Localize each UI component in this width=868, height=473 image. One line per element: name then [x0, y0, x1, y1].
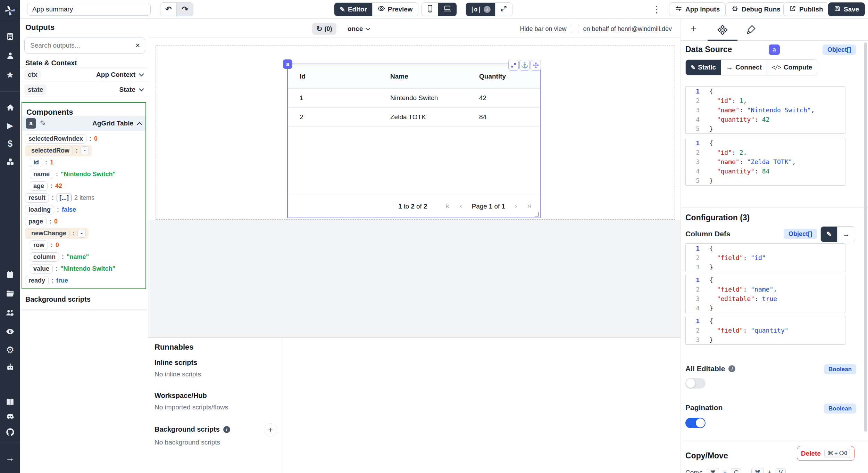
- delete-shortcut-kbd: ⌘+⌫: [824, 449, 850, 458]
- all-editable-setting: All Editable i: [685, 365, 735, 373]
- laptop-icon: [443, 5, 451, 14]
- resources-cubes-icon[interactable]: [0, 157, 20, 166]
- outputs-bar-toggle[interactable]: |o| i: [466, 3, 495, 16]
- view-options-group: |o| i: [466, 2, 512, 16]
- user-icon[interactable]: [0, 51, 20, 60]
- aggrid-component-header[interactable]: a ✎ AgGrid Table: [22, 116, 145, 131]
- folders-icon[interactable]: [0, 289, 20, 298]
- app-inputs-button[interactable]: App inputs: [669, 2, 726, 16]
- output-row[interactable]: column:"name": [30, 252, 89, 262]
- output-row[interactable]: age:42: [30, 181, 62, 191]
- background-scripts-title: Background scripts: [25, 295, 91, 303]
- cmd-key: ⌘: [707, 468, 719, 473]
- audit-eye-icon[interactable]: [0, 327, 20, 336]
- column-header[interactable]: Quantity: [473, 73, 540, 80]
- static-tab[interactable]: ✎ Static: [686, 60, 721, 75]
- hide-bar-checkbox[interactable]: [571, 25, 579, 33]
- connect-mode-arrow-button[interactable]: →: [837, 227, 855, 242]
- aggrid-table-component[interactable]: Id Name Quantity 1 Nintendo Switch 42 2 …: [287, 64, 541, 218]
- edit-mode-pencil-button[interactable]: ✎: [821, 227, 837, 242]
- column-header[interactable]: Name: [384, 73, 473, 80]
- output-row[interactable]: row:0: [30, 240, 59, 250]
- settings-gear-icon[interactable]: ⚙: [0, 345, 20, 355]
- expand-rail-arrow-icon[interactable]: →: [0, 454, 20, 463]
- undo-button[interactable]: ↶: [160, 3, 176, 16]
- component-settings-tab-icon[interactable]: [717, 25, 728, 36]
- styling-brush-tab-icon[interactable]: [746, 24, 756, 36]
- redo-button[interactable]: ↷: [176, 3, 193, 16]
- column-def-json-editor[interactable]: 1{ 2 "field": "id" 3}: [685, 243, 845, 272]
- outputs-panel: Outputs × State & Context ctx App Contex…: [20, 18, 148, 473]
- publish-button[interactable]: Publish: [783, 2, 829, 16]
- home-icon[interactable]: [0, 103, 20, 112]
- connect-tab[interactable]: → Connect: [721, 60, 767, 75]
- desktop-view-button[interactable]: [438, 3, 457, 16]
- data-source-json-editor[interactable]: 1{ 2 "id": 1, 3 "name": "Nintendo Switch…: [685, 86, 845, 134]
- github-icon[interactable]: [0, 427, 20, 437]
- table-row[interactable]: 2 Zelda TOTK 84: [288, 108, 540, 127]
- app-summary-input[interactable]: [27, 3, 151, 16]
- clear-search-icon[interactable]: ×: [135, 41, 140, 50]
- pagination-toggle[interactable]: [685, 418, 706, 428]
- output-row[interactable]: page:0: [25, 216, 58, 227]
- schedules-calendar-icon[interactable]: [0, 270, 20, 278]
- output-row[interactable]: result:[...]2 items: [25, 193, 94, 203]
- docs-book-icon[interactable]: [0, 398, 20, 407]
- favorites-star-icon[interactable]: ★: [0, 70, 20, 79]
- column-defs-title: Column Defs: [685, 230, 731, 238]
- refresh-button[interactable]: ↻ (0): [312, 23, 336, 35]
- compute-tab[interactable]: </> Compute: [767, 60, 817, 75]
- device-toggle: [422, 2, 457, 16]
- c-key: C: [731, 468, 741, 473]
- debug-runs-button[interactable]: Debug Runs: [725, 2, 786, 16]
- component-anchor-button[interactable]: ⚓: [519, 60, 530, 71]
- state-row[interactable]: state State: [20, 82, 148, 97]
- output-row[interactable]: ready:true: [25, 275, 68, 286]
- edit-id-pencil-icon[interactable]: ✎: [40, 119, 46, 128]
- kebab-menu-icon[interactable]: ⋮: [652, 4, 661, 15]
- editor-tab[interactable]: ✎ Editor: [334, 3, 372, 16]
- component-id-tag[interactable]: a: [283, 59, 292, 69]
- mobile-view-button[interactable]: [422, 3, 438, 16]
- output-row[interactable]: loading:false: [25, 204, 76, 215]
- workers-users-gear-icon[interactable]: [0, 308, 20, 317]
- variables-dollar-icon[interactable]: $: [0, 139, 20, 148]
- editor-preview-toggle: ✎ Editor Preview: [334, 2, 418, 16]
- trigger-mode-dropdown[interactable]: once: [348, 23, 370, 35]
- windmill-logo-icon[interactable]: [0, 5, 20, 17]
- fullscreen-button[interactable]: [495, 3, 512, 16]
- column-def-json-editor[interactable]: 1{ 2 "field": "name", 3 "editable": true…: [685, 275, 845, 313]
- data-source-json-editor[interactable]: 1{ 2 "id": 2, 3 "name": "Zelda TOTK", 4 …: [685, 138, 845, 186]
- insert-component-tab-plus-icon[interactable]: +: [691, 23, 697, 35]
- output-row[interactable]: id:1: [30, 157, 53, 168]
- ctx-row[interactable]: ctx App Context: [20, 67, 148, 82]
- component-move-button[interactable]: [531, 60, 541, 71]
- prev-page-icon[interactable]: [459, 204, 463, 209]
- resize-handle[interactable]: [535, 212, 539, 217]
- search-outputs-input[interactable]: [30, 41, 135, 50]
- column-def-json-editor[interactable]: 1{ 2 "field": "quantity" 3}: [685, 316, 845, 345]
- right-panel-scrollbar[interactable]: [864, 42, 867, 432]
- runs-play-icon[interactable]: ▶: [0, 122, 20, 130]
- all-editable-toggle[interactable]: [685, 378, 706, 389]
- output-row[interactable]: selectedRow:-: [25, 145, 92, 156]
- last-page-icon[interactable]: [526, 204, 532, 209]
- inline-scripts-empty: No inline scripts: [155, 370, 201, 378]
- table-header-row: Id Name Quantity: [288, 64, 540, 89]
- ai-robot-icon[interactable]: [0, 363, 20, 372]
- output-row[interactable]: newChange:-: [25, 228, 89, 238]
- delete-component-button[interactable]: Delete ⌘+⌫: [797, 446, 854, 461]
- discord-icon[interactable]: [0, 412, 20, 421]
- first-page-icon[interactable]: [445, 204, 450, 209]
- output-row[interactable]: name:"Nintendo Switch": [30, 169, 116, 179]
- output-row[interactable]: value:"Nintendo Switch": [30, 263, 115, 274]
- component-expand-button[interactable]: [508, 60, 519, 71]
- save-button[interactable]: Save: [828, 2, 865, 16]
- column-header[interactable]: Id: [288, 73, 384, 80]
- output-row[interactable]: selectedRowIndex:0: [25, 133, 98, 144]
- add-background-script-button[interactable]: +: [264, 423, 277, 437]
- preview-tab[interactable]: Preview: [372, 3, 418, 16]
- table-row[interactable]: 1 Nintendo Switch 42: [288, 89, 540, 108]
- workspace-building-icon[interactable]: [0, 32, 20, 41]
- next-page-icon[interactable]: [514, 204, 518, 209]
